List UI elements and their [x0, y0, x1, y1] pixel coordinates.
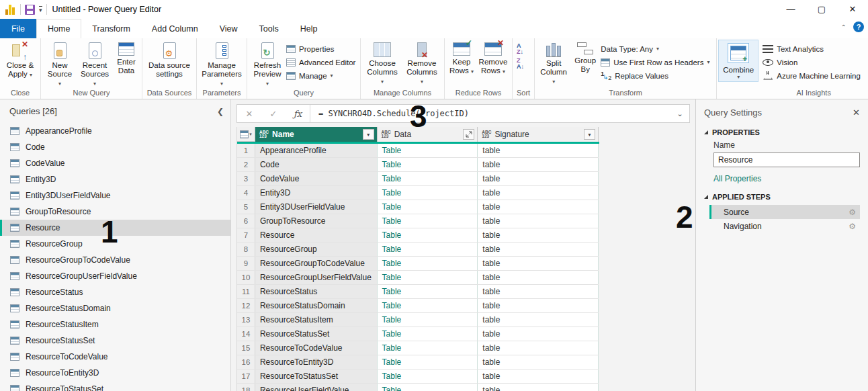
menu-tab-tools[interactable]: Tools: [249, 19, 290, 38]
properties-section-header[interactable]: PROPERTIES: [704, 128, 860, 136]
column-header-name[interactable]: ABC123 Name ▼: [255, 127, 378, 142]
menu-tab-help[interactable]: Help: [290, 19, 329, 38]
cell-signature[interactable]: table: [478, 384, 599, 391]
row-number[interactable]: 18: [237, 384, 255, 391]
all-properties-link[interactable]: All Properties: [713, 174, 860, 183]
query-list-item[interactable]: ResourceGroupToCodeValue: [0, 252, 230, 268]
close-apply-button[interactable]: ✕ ↑ Close & Apply ▾: [3, 40, 38, 79]
formula-fx-icon[interactable]: ƒx: [286, 109, 310, 119]
cell-name[interactable]: ResourceGroupToCodeValue: [255, 257, 378, 270]
cell-signature[interactable]: table: [478, 228, 599, 242]
cell-data-table-link[interactable]: Table: [378, 299, 478, 312]
recent-sources-button[interactable]: Recent Sources ▾: [77, 40, 112, 88]
query-list-item[interactable]: ResourceStatusDomain: [0, 300, 230, 316]
cell-name[interactable]: ResourceStatusItem: [255, 313, 378, 327]
choose-columns-button[interactable]: Choose Columns ▾: [363, 40, 401, 86]
cell-name[interactable]: ResourceToEntity3D: [255, 355, 378, 369]
remove-columns-button[interactable]: ✕ Remove Columns ▾: [402, 40, 441, 86]
cell-signature[interactable]: table: [478, 243, 599, 256]
cell-name[interactable]: Entity3DUserFieldValue: [255, 200, 378, 214]
row-number[interactable]: 3: [237, 172, 255, 185]
cell-name[interactable]: AppearanceProfile: [255, 144, 378, 157]
applied-steps-section-header[interactable]: APPLIED STEPS: [704, 193, 860, 201]
query-list-item[interactable]: ResourceGroupUserFieldValue: [0, 268, 230, 284]
cell-signature[interactable]: table: [478, 271, 599, 284]
row-number[interactable]: 13: [237, 313, 255, 327]
properties-button[interactable]: Properties: [286, 43, 357, 54]
cell-signature[interactable]: table: [478, 313, 599, 327]
refresh-preview-button[interactable]: ↻ Refresh Preview ▾: [250, 40, 285, 88]
formula-check-icon[interactable]: ✓: [261, 109, 286, 119]
gear-icon[interactable]: ⚙: [849, 222, 856, 231]
cell-name[interactable]: Resource: [255, 228, 378, 242]
cell-signature[interactable]: table: [478, 285, 599, 298]
row-number[interactable]: 8: [237, 243, 255, 256]
cell-data-table-link[interactable]: Table: [378, 228, 478, 242]
formula-expand-icon[interactable]: ⌄: [670, 110, 689, 118]
cell-data-table-link[interactable]: Table: [378, 327, 478, 341]
enter-data-button[interactable]: Enter Data: [114, 40, 139, 75]
cell-data-table-link[interactable]: Table: [378, 243, 478, 256]
formula-cancel-icon[interactable]: ✕: [237, 109, 261, 119]
row-number[interactable]: 6: [237, 214, 255, 228]
menu-tab-view[interactable]: View: [209, 19, 249, 38]
menu-tab-file[interactable]: File: [0, 19, 36, 38]
row-number[interactable]: 9: [237, 257, 255, 270]
collapse-pane-icon[interactable]: ❮: [217, 107, 224, 116]
cell-signature[interactable]: table: [478, 172, 599, 185]
query-list-item[interactable]: ResourceToCodeValue: [0, 349, 230, 365]
column-header-signature[interactable]: ABC123 Signature ▼: [478, 127, 599, 142]
first-row-headers-button[interactable]: Use First Row as Headers ▾: [601, 56, 713, 68]
row-number[interactable]: 14: [237, 327, 255, 341]
row-number[interactable]: 16: [237, 355, 255, 369]
row-number[interactable]: 2: [237, 158, 255, 171]
close-pane-icon[interactable]: ✕: [853, 107, 860, 118]
cell-data-table-link[interactable]: Table: [378, 144, 478, 157]
query-list-item[interactable]: ResourceStatusSet: [0, 333, 230, 349]
cell-name[interactable]: CodeValue: [255, 172, 378, 185]
cell-name[interactable]: Entity3D: [255, 186, 378, 200]
data-source-settings-button[interactable]: ⚙ Data source settings: [145, 40, 193, 79]
cell-data-table-link[interactable]: Table: [378, 172, 478, 185]
close-button[interactable]: ✕: [837, 0, 868, 19]
cell-data-table-link[interactable]: Table: [378, 271, 478, 284]
advanced-editor-button[interactable]: Advanced Editor: [286, 56, 357, 68]
cell-signature[interactable]: table: [478, 299, 599, 312]
vision-button[interactable]: Vision: [763, 56, 865, 68]
cell-name[interactable]: ResourceUserFieldValue: [255, 384, 378, 391]
query-list-item[interactable]: Entity3DUserFieldValue: [0, 187, 230, 204]
manage-button[interactable]: Manage ▾: [286, 70, 357, 81]
query-list-item[interactable]: ResourceToEntity3D: [0, 365, 230, 381]
cell-data-table-link[interactable]: Table: [378, 341, 478, 355]
query-name-input[interactable]: [713, 153, 860, 167]
cell-name[interactable]: ResourceGroup: [255, 243, 378, 256]
expand-column-icon[interactable]: [463, 129, 474, 140]
applied-step-source[interactable]: Source⚙: [709, 205, 860, 219]
group-by-button[interactable]: Group By: [571, 40, 599, 74]
minimize-button[interactable]: —: [775, 0, 806, 19]
row-number[interactable]: 7: [237, 228, 255, 242]
row-number[interactable]: 1: [237, 144, 255, 157]
cell-name[interactable]: ResourceStatusDomain: [255, 299, 378, 312]
query-list-item[interactable]: ResourceToStatusSet: [0, 381, 230, 391]
cell-signature[interactable]: table: [478, 341, 599, 355]
new-source-button[interactable]: New Source ▾: [44, 40, 76, 88]
replace-values-button[interactable]: 1↳2 Replace Values: [601, 70, 713, 81]
cell-signature[interactable]: table: [478, 327, 599, 341]
query-list-item[interactable]: ResourceStatus: [0, 284, 230, 300]
query-list-item[interactable]: CodeValue: [0, 155, 230, 171]
cell-name[interactable]: ResourceToCodeValue: [255, 341, 378, 355]
gear-icon[interactable]: ⚙: [849, 208, 856, 217]
combine-button[interactable]: Combine ▾: [718, 40, 758, 82]
qat-dropdown-icon[interactable]: ▾: [39, 6, 42, 13]
cell-signature[interactable]: table: [478, 144, 599, 157]
cell-signature[interactable]: table: [478, 158, 599, 171]
save-icon[interactable]: [25, 5, 35, 15]
help-icon[interactable]: ?: [853, 21, 864, 32]
filter-dropdown-icon[interactable]: ▼: [584, 129, 595, 140]
row-number[interactable]: 5: [237, 200, 255, 214]
keep-rows-button[interactable]: ✓ Keep Rows ▾: [447, 40, 476, 76]
query-list-item[interactable]: AppearanceProfile: [0, 123, 230, 139]
cell-data-table-link[interactable]: Table: [378, 200, 478, 214]
cell-signature[interactable]: table: [478, 257, 599, 270]
